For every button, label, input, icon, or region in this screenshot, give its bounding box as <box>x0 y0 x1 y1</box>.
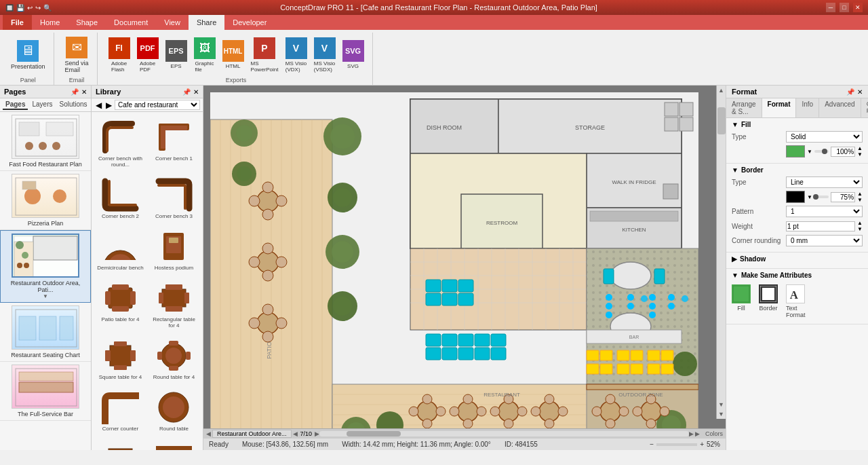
zoom-slider[interactable] <box>656 443 697 446</box>
library-back-btn[interactable]: ◀ <box>94 100 103 110</box>
hscroll-left[interactable]: ◀ <box>206 430 211 437</box>
graphic-btn[interactable]: 🖼 Graphicfile <box>191 36 218 74</box>
vscroll-down[interactable]: ▼ <box>718 401 724 408</box>
border-corner-select[interactable]: 0 mm <box>786 235 863 246</box>
lib-item-corner-bench-round[interactable]: Corner bench with round... <box>94 115 146 171</box>
border-weight-spinner[interactable]: ▲ ▼ <box>857 220 863 232</box>
visio-vdx-btn[interactable]: V MS Visio(VDX) <box>283 36 310 74</box>
tab-share[interactable]: Share <box>189 15 224 30</box>
zoom-in-btn[interactable]: + <box>700 441 704 448</box>
hscroll-end[interactable]: ▶ <box>695 430 700 437</box>
fill-opacity-thumb[interactable] <box>822 149 827 154</box>
lib-item-corner-bench-2[interactable]: Corner bench 2 <box>94 172 146 223</box>
vscroll-bottom[interactable]: ▼ <box>718 411 724 417</box>
make-same-border[interactable]: Border <box>759 284 778 318</box>
lib-item-hostess-podium[interactable]: Hostess podium <box>148 224 200 274</box>
page-tab[interactable]: Restaurant Outdoor Are... <box>212 430 292 438</box>
shadow-collapse-icon[interactable]: ▶ <box>732 255 737 263</box>
library-category-select[interactable]: Cafe and restaurant <box>115 100 200 110</box>
shadow-section-header[interactable]: ▶ Shadow <box>732 255 863 263</box>
border-opacity-spinner[interactable]: ▲▼ <box>857 191 863 203</box>
border-type-select[interactable]: Line <box>786 176 863 188</box>
vscroll-thumb[interactable] <box>717 107 726 134</box>
format-pin-btn[interactable]: 📌 <box>846 88 854 96</box>
app-menu-icons[interactable]: 🔲💾↩↪🔍 <box>5 4 52 12</box>
maximize-btn[interactable]: □ <box>840 3 849 12</box>
tab-home[interactable]: Home <box>32 15 68 30</box>
make-same-section-header[interactable]: ▼ Make Same Attributes <box>732 272 863 279</box>
border-color-arrow[interactable]: ▼ <box>807 194 812 200</box>
format-panel-controls[interactable]: 📌 ✕ <box>846 88 863 96</box>
border-opacity-input[interactable] <box>831 192 855 202</box>
tab-shape[interactable]: Shape <box>68 15 106 30</box>
lib-item-square-table-4[interactable]: Square table for 4 <box>94 333 146 384</box>
tab-layers[interactable]: Layers <box>29 100 55 110</box>
tab-custom[interactable]: Custom Pro... <box>861 98 868 117</box>
adobe-pdf-btn[interactable]: PDF AdobePDF <box>134 36 161 74</box>
lib-item-rect-table-4[interactable]: Rectangular table for 4 <box>148 276 200 332</box>
border-collapse-icon[interactable]: ▼ <box>732 166 738 174</box>
make-same-text[interactable]: A TextFormat <box>786 284 806 318</box>
send-email-btn[interactable]: ✉ Send viaEmail <box>62 35 92 75</box>
close-btn[interactable]: ✕ <box>853 3 863 12</box>
eps-btn[interactable]: EPS EPS <box>163 39 190 71</box>
fill-opacity-input[interactable] <box>831 147 855 157</box>
horizontal-scrollbar[interactable]: ◀ Restaurant Outdoor Are... ◀ 7/10 ▶ ▶ ▶… <box>203 428 726 438</box>
border-opacity-thumb[interactable] <box>813 194 818 200</box>
visio-vsdx-btn[interactable]: V MS Visio(VSDX) <box>311 36 338 74</box>
tab-developer[interactable]: Developer <box>224 15 275 30</box>
border-pattern-select[interactable]: 1 <box>786 206 863 217</box>
lib-item-round-table[interactable]: Round table <box>148 385 200 435</box>
pages-panel-controls[interactable]: 📌 ✕ <box>71 88 87 96</box>
lib-item-corner-table[interactable]: Corner table <box>148 436 200 450</box>
border-weight-input[interactable] <box>786 221 855 231</box>
tab-file[interactable]: File <box>3 15 32 30</box>
library-pin-btn[interactable]: 📌 <box>182 88 191 96</box>
minimize-btn[interactable]: ─ <box>826 3 835 12</box>
page-item-restaurant[interactable]: Restaurant Outdoor Area, Pati... ▼ <box>0 230 91 303</box>
powerpoint-btn[interactable]: P MSPowerPoint <box>248 36 281 74</box>
lib-item-corner-counter[interactable]: Corner counter <box>94 385 146 435</box>
tab-advanced[interactable]: Advanced <box>819 98 861 117</box>
border-color-swatch[interactable] <box>786 191 805 203</box>
zoom-out-btn[interactable]: − <box>650 441 654 448</box>
library-controls[interactable]: 📌 ✕ <box>182 88 199 96</box>
fill-opacity-slider[interactable] <box>814 150 829 153</box>
fill-opacity-spinner-up[interactable]: ▲▼ <box>857 145 863 157</box>
lib-item-corner-bench-1[interactable]: Corner bench 1 <box>148 115 200 171</box>
fill-type-select[interactable]: Solid <box>786 131 863 143</box>
tab-pages[interactable]: Pages <box>3 100 28 110</box>
html-btn[interactable]: HTML HTML <box>220 39 247 71</box>
pages-close-btn[interactable]: ✕ <box>81 88 87 96</box>
make-same-collapse-icon[interactable]: ▼ <box>732 272 738 279</box>
border-section-header[interactable]: ▼ Border <box>732 166 863 174</box>
zoom-controls[interactable]: − + 52% <box>650 441 720 448</box>
tab-format[interactable]: Format <box>762 98 797 117</box>
make-same-fill[interactable]: Fill <box>732 284 751 318</box>
page-nav-left[interactable]: ◀ <box>293 430 298 437</box>
tab-solutions[interactable]: Solutions <box>56 100 90 110</box>
pages-pin-btn[interactable]: 📌 <box>71 88 79 96</box>
format-close-btn[interactable]: ✕ <box>857 88 863 96</box>
window-controls[interactable]: ─ □ ✕ <box>826 3 863 12</box>
lib-item-corner-bench-3[interactable]: Corner bench 3 <box>148 172 200 223</box>
tab-info[interactable]: Info <box>796 98 819 117</box>
page-item-seating[interactable]: Restaurant Seating Chart <box>0 303 91 362</box>
weight-down[interactable]: ▼ <box>857 226 863 232</box>
page-item-pizzeria[interactable]: Pizzeria Plan <box>0 171 91 230</box>
lib-item-round-table-4[interactable]: Round table for 4 <box>148 333 200 384</box>
fill-section-header[interactable]: ▼ Fill <box>732 121 863 128</box>
vscroll-up[interactable]: ▲ <box>718 87 724 94</box>
page-item-fastfood[interactable]: Fast Food Restaurant Plan <box>0 112 91 171</box>
tab-view[interactable]: View <box>156 15 189 30</box>
page-nav-right[interactable]: ▶ <box>315 430 319 437</box>
tab-document[interactable]: Document <box>106 15 156 30</box>
lib-item-demicircular[interactable]: Demicircular bench <box>94 224 146 274</box>
adobe-flash-btn[interactable]: Fl AdobeFlash <box>106 36 133 74</box>
tab-arrange[interactable]: Arrange & S... <box>726 98 762 117</box>
lib-item-patio-table-4[interactable]: Patio table for 4 <box>94 276 146 332</box>
presentation-btn[interactable]: 🖥 Presentation <box>8 39 48 71</box>
weight-up[interactable]: ▲ <box>857 220 863 226</box>
fill-color-arrow[interactable]: ▼ <box>807 149 812 155</box>
hscroll-right[interactable]: ▶ <box>689 430 694 437</box>
